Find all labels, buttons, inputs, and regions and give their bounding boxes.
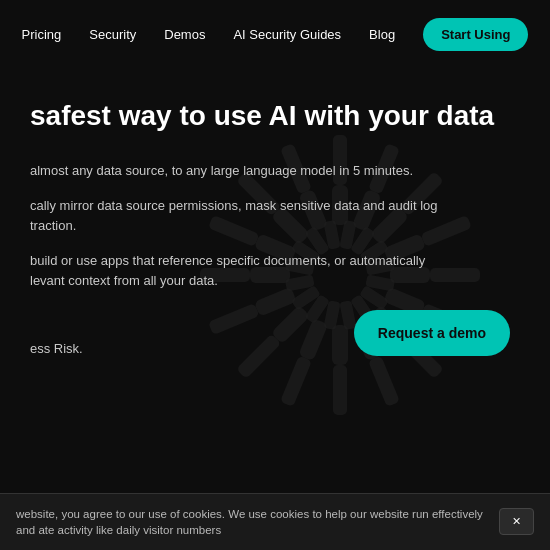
feature-item-3: build or use apps that reference specifi… [30,251,450,290]
hero-title: safest way to use AI with your data [30,99,530,133]
demo-row: ess Risk. Request a demo [30,310,550,356]
request-demo-button[interactable]: Request a demo [354,310,510,356]
nav-link-security[interactable]: Security [89,27,136,42]
cookie-banner: website, you agree to our use of cookies… [0,493,550,550]
feature-list: almost any data source, to any large lan… [30,161,450,291]
nav-link-blog[interactable]: Blog [369,27,395,42]
nav-link-demos[interactable]: Demos [164,27,205,42]
feature-item-2: cally mirror data source permissions, ma… [30,196,450,235]
risk-text: ess Risk. [30,341,83,356]
cookie-text: website, you agree to our use of cookies… [16,506,489,538]
nav-link-ai-security-guides[interactable]: AI Security Guides [233,27,341,42]
main-content: safest way to use AI with your data almo… [0,69,550,386]
cookie-close-button[interactable]: ✕ [499,508,534,535]
nav-link-pricing[interactable]: Pricing [22,27,62,42]
nav-container: Pricing Security Demos AI Security Guide… [0,0,550,69]
navbar: Pricing Security Demos AI Security Guide… [0,0,550,69]
start-using-button[interactable]: Start Using [423,18,528,51]
feature-item-1: almost any data source, to any large lan… [30,161,450,181]
